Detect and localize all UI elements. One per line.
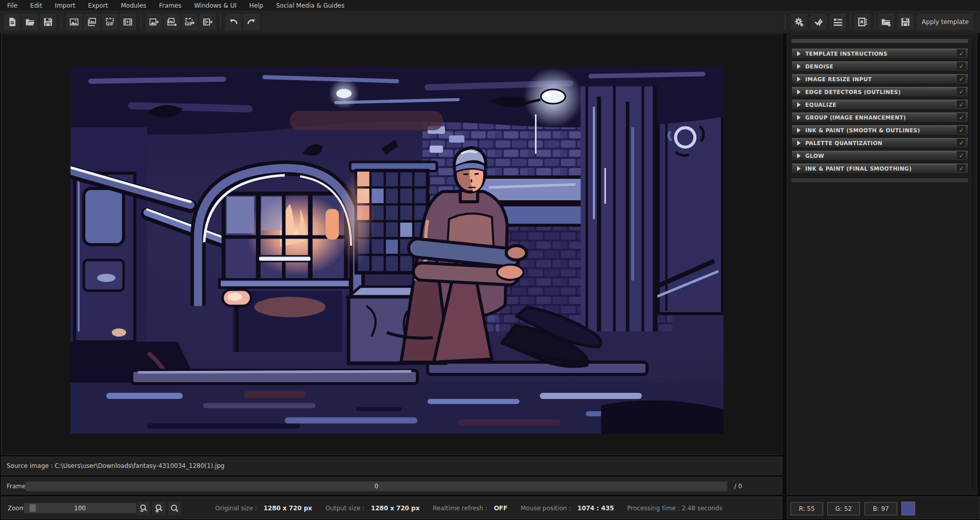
section-ink-paint-smooth-outlines[interactable]: INK & PAINT (SMOOTH & OUTLINES) ✓ [791, 125, 968, 135]
section-denoise[interactable]: DENOISE ✓ [791, 61, 968, 72]
import-image-sequence-icon [87, 17, 97, 27]
expand-arrow-icon[interactable] [797, 51, 801, 56]
canvas-panel[interactable] [1, 34, 782, 455]
section-group-image-enhancement[interactable]: GROUP (IMAGE ENHANCEMENT) ✓ [791, 112, 968, 123]
export-gif-button[interactable]: GIF [181, 14, 198, 30]
export-video-button[interactable] [199, 14, 216, 30]
section-enabled-checkbox[interactable]: ✓ [956, 100, 966, 109]
panel-scrollbar[interactable] [970, 38, 975, 490]
menu-file[interactable]: File [7, 2, 17, 9]
section-enabled-checkbox[interactable]: ✓ [956, 87, 966, 96]
validate-template-button[interactable] [810, 14, 827, 30]
module-list-button[interactable] [830, 14, 846, 30]
application-window: { "menu_bar": { "items": ["File","Edit",… [0, 0, 980, 520]
expand-arrow-icon[interactable] [797, 89, 801, 94]
export-image-sequence-button[interactable] [164, 14, 180, 30]
check-pencil-icon [813, 17, 824, 27]
menu-modules[interactable]: Modules [121, 2, 146, 9]
export-gif-icon: GIF [184, 17, 195, 27]
zoom-in-button[interactable] [152, 502, 166, 515]
zoom-reset-button[interactable] [168, 502, 181, 515]
section-enabled-checkbox[interactable]: ✓ [956, 113, 966, 122]
save-file-button[interactable] [40, 14, 56, 30]
output-size-label: Output size : [325, 505, 365, 512]
save-template-button[interactable] [897, 14, 914, 30]
expand-arrow-icon[interactable] [797, 166, 801, 171]
source-image-path: Source image : C:\Users\user\Downloads\f… [7, 462, 224, 469]
section-enabled-checkbox[interactable]: ✓ [956, 164, 966, 173]
undo-button[interactable] [225, 14, 242, 30]
open-file-button[interactable] [22, 14, 38, 30]
processing-time-text: Processing time : 2.48 seconds [627, 505, 722, 512]
zoom-slider[interactable]: 100 [24, 503, 136, 513]
delete-template-button[interactable] [854, 14, 871, 30]
import-video-button[interactable] [120, 14, 136, 30]
frame-slider[interactable]: 0 [25, 481, 728, 491]
new-file-button[interactable] [4, 14, 20, 30]
load-template-button[interactable] [878, 14, 894, 30]
toolbar-separator [220, 14, 221, 30]
expand-arrow-icon[interactable] [797, 77, 801, 82]
import-gif-button[interactable]: GIF [102, 14, 118, 30]
frame-total: / 0 [734, 483, 742, 490]
add-module-button[interactable] [791, 14, 807, 30]
menu-help[interactable]: Help [249, 2, 263, 9]
menu-export[interactable]: Export [88, 2, 108, 9]
zoom-out-icon [139, 504, 148, 513]
expand-arrow-icon[interactable] [797, 64, 801, 69]
mouse-position-label: Mouse position : [521, 505, 571, 512]
import-image-sequence-button[interactable] [84, 14, 100, 30]
section-glow[interactable]: GLOW ✓ [791, 150, 968, 161]
expand-arrow-icon[interactable] [797, 115, 801, 120]
expand-arrow-icon[interactable] [797, 102, 801, 107]
gear-plus-icon [794, 17, 804, 27]
redo-icon [246, 17, 256, 27]
section-ink-paint-final-smoothing[interactable]: INK & PAINT (FINAL SMOOTHING) ✓ [791, 163, 968, 174]
import-video-icon [123, 17, 133, 27]
section-edge-detectors[interactable]: EDGE DETECTORS (OUTLINES) ✓ [791, 86, 968, 97]
original-size-label: Original size : [215, 505, 257, 512]
blue-value-box: B: 97 [865, 502, 897, 515]
redo-button[interactable] [243, 14, 260, 30]
export-image-sequence-icon [167, 17, 177, 27]
toolbar: GIF GIF Apply template [0, 11, 980, 34]
menu-frames[interactable]: Frames [159, 2, 181, 9]
svg-text:GIF: GIF [106, 21, 114, 27]
section-palette-quantization[interactable]: PALETTE QUANTIZATION ✓ [791, 137, 968, 148]
section-enabled-checkbox[interactable]: ✓ [956, 62, 966, 70]
red-value-box: R: 55 [790, 502, 823, 515]
realtime-refresh-value: OFF [494, 505, 508, 512]
green-value-box: G: 52 [827, 502, 860, 515]
menu-social-media-guides[interactable]: Social Media & Guides [276, 2, 344, 9]
menu-bar: File Edit Import Export Modules Frames W… [0, 0, 980, 11]
menu-edit[interactable]: Edit [30, 2, 42, 9]
section-enabled-checkbox[interactable]: ✓ [956, 49, 966, 58]
import-image-button[interactable] [66, 14, 82, 30]
section-enabled-checkbox[interactable]: ✓ [956, 138, 966, 147]
template-modules-panel: TEMPLATE INSTRUCTIONS ✓ DENOISE ✓ IMAGE … [787, 34, 977, 494]
zoom-value: 100 [24, 505, 136, 512]
section-image-resize-input[interactable]: IMAGE RESIZE INPUT ✓ [791, 74, 968, 84]
preview-image[interactable] [71, 66, 724, 434]
expand-arrow-icon[interactable] [797, 140, 801, 146]
apply-template-button[interactable]: Apply template [917, 14, 974, 30]
section-template-instructions[interactable]: TEMPLATE INSTRUCTIONS ✓ [791, 48, 968, 59]
status-bar: Zoom 100 Original size : 1280 x 720 px O… [1, 497, 782, 519]
menu-windows-ui[interactable]: Windows & UI [194, 2, 237, 9]
folder-plus-icon [881, 17, 891, 27]
expand-arrow-icon[interactable] [797, 128, 801, 133]
original-size-value: 1280 x 720 px [264, 505, 312, 512]
section-enabled-checkbox[interactable]: ✓ [956, 151, 966, 160]
export-image-button[interactable] [146, 14, 162, 30]
expand-arrow-icon[interactable] [797, 153, 801, 158]
section-equalize[interactable]: EQUALIZE ✓ [791, 99, 968, 110]
menu-import[interactable]: Import [55, 2, 75, 9]
toolbar-separator [785, 14, 785, 30]
toolbar-separator [850, 14, 851, 30]
zoom-out-button[interactable] [137, 502, 150, 515]
section-enabled-checkbox[interactable]: ✓ [956, 126, 966, 134]
section-enabled-checkbox[interactable]: ✓ [956, 75, 966, 83]
save-template-icon [900, 17, 911, 27]
zoom-label: Zoom [8, 505, 26, 512]
toolbar-separator [875, 14, 875, 30]
